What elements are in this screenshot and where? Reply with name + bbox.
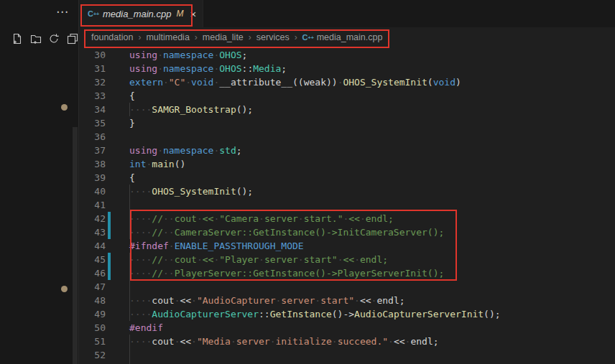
line-number[interactable]: 52: [80, 348, 106, 362]
code-line[interactable]: 31using·namespace·OHOS::Media;: [80, 62, 615, 75]
gutter-spacer: [108, 198, 111, 212]
code-line[interactable]: 36: [80, 130, 615, 144]
explorer-toolbar: [0, 27, 78, 45]
code-text: ····OHOS_SystemInit();: [129, 185, 253, 198]
code-line[interactable]: 35}: [80, 116, 615, 130]
code-line[interactable]: 47: [80, 280, 615, 294]
code-text: ····cout·<<·"Media·server·initialize·suc…: [129, 335, 439, 348]
gutter-spacer: [108, 335, 111, 348]
collapse-folders-icon[interactable]: [67, 32, 79, 45]
code-line[interactable]: 39{: [80, 171, 615, 185]
code-line[interactable]: 40····OHOS_SystemInit();: [80, 185, 615, 198]
cpp-file-icon: C++: [88, 8, 99, 19]
gutter-spacer: [108, 48, 111, 62]
code-line[interactable]: 44#ifndef·ENABLE_PASSTHROUGH_MODE: [80, 239, 615, 253]
line-number[interactable]: 30: [80, 48, 106, 62]
code-text: int·main(): [129, 157, 185, 171]
code-text: ····//··cout·<<·"Camera·server·start."·<…: [129, 212, 394, 225]
new-file-icon[interactable]: [11, 32, 24, 45]
code-line[interactable]: 41: [80, 198, 615, 212]
line-number[interactable]: 42: [80, 212, 106, 225]
tab-media-main-cpp[interactable]: C++ media_main.cpp M ×: [80, 0, 203, 27]
gutter-spacer: [108, 171, 111, 185]
code-text: ····//··PlayerServer::GetInstance()->Pla…: [129, 266, 444, 280]
code-line[interactable]: 42····//··cout·<<·"Camera·server·start."…: [80, 212, 615, 225]
line-number[interactable]: 34: [80, 103, 106, 116]
breadcrumb-item[interactable]: C++media_main.cpp: [302, 32, 383, 43]
code-line[interactable]: 50#endif: [80, 321, 615, 335]
code-line[interactable]: 45····//··cout·<<·"Player·server·start"·…: [80, 253, 615, 266]
line-number[interactable]: 38: [80, 157, 106, 171]
code-line[interactable]: 37using·namespace·std;: [80, 144, 615, 157]
sidebar-header: ⋯: [0, 0, 78, 27]
code-line[interactable]: 30using·namespace·OHOS;: [80, 48, 615, 62]
code-text: ····//··cout·<<·"Player·server·start"·<<…: [129, 253, 388, 266]
gutter-spacer: [108, 62, 111, 75]
code-text: #ifndef·ENABLE_PASSTHROUGH_MODE: [129, 239, 304, 253]
breadcrumb-separator: ›: [295, 32, 297, 42]
line-number[interactable]: 47: [80, 280, 106, 294]
refresh-icon[interactable]: [48, 32, 60, 45]
code-text: using·namespace·std;: [129, 144, 242, 157]
line-number[interactable]: 48: [80, 294, 106, 307]
code-text: extern·"C"·void·__attribute__((weak))·OH…: [129, 75, 461, 89]
code-line[interactable]: 51····cout·<<·"Media·server·initialize·s…: [80, 335, 615, 348]
code-text: {: [129, 171, 135, 185]
breadcrumb-item[interactable]: multimedia: [146, 32, 189, 42]
gutter-spacer: [108, 348, 111, 362]
gutter-spacer: [108, 185, 111, 198]
breadcrumb-item[interactable]: media_lite: [203, 32, 244, 42]
gutter-spacer: [108, 294, 111, 307]
code-text: using·namespace·OHOS::Media;: [129, 62, 287, 75]
line-number[interactable]: 46: [80, 266, 106, 280]
line-number[interactable]: 50: [80, 321, 106, 335]
gutter-spacer: [108, 103, 111, 116]
code-area[interactable]: 30using·namespace·OHOS;31using·namespace…: [80, 48, 615, 364]
code-line[interactable]: 46····//··PlayerServer::GetInstance()->P…: [80, 266, 615, 280]
code-text: ····//··CameraServer::GetInstance()->Ini…: [129, 225, 444, 239]
line-number[interactable]: 35: [80, 116, 106, 130]
line-number[interactable]: 41: [80, 198, 106, 212]
tab-bar: C++ media_main.cpp M ×: [80, 0, 615, 27]
code-line[interactable]: 32extern·"C"·void·__attribute__((weak))·…: [80, 75, 615, 89]
new-folder-icon[interactable]: [30, 32, 42, 45]
breadcrumb: foundation›multimedia›media_lite›service…: [80, 27, 615, 47]
line-number[interactable]: 31: [80, 62, 106, 75]
line-number[interactable]: 45: [80, 253, 106, 266]
code-line[interactable]: 52: [80, 348, 615, 362]
more-actions-icon[interactable]: ⋯: [56, 4, 69, 19]
code-text: using·namespace·OHOS;: [129, 48, 247, 62]
line-number[interactable]: 40: [80, 185, 106, 198]
code-line[interactable]: 38int·main(): [80, 157, 615, 171]
git-modified-gutter-marker: [108, 266, 111, 280]
gutter-spacer: [108, 144, 111, 157]
code-text: ····AudioCapturerServer::GetInstance()->…: [129, 307, 501, 321]
breadcrumb-separator: ›: [138, 32, 141, 42]
code-line[interactable]: 34····SAMGR_Bootstrap();: [80, 103, 615, 116]
code-line[interactable]: 43····//··CameraServer::GetInstance()->I…: [80, 225, 615, 239]
gutter-spacer: [108, 75, 111, 89]
line-number[interactable]: 51: [80, 335, 106, 348]
code-text: #endif: [129, 321, 163, 335]
breadcrumb-item[interactable]: foundation: [91, 32, 133, 42]
code-line[interactable]: 33{: [80, 89, 615, 103]
close-icon[interactable]: ×: [190, 9, 196, 19]
gutter-spacer: [108, 157, 111, 171]
line-number[interactable]: 33: [80, 89, 106, 103]
cpp-file-icon: C++: [302, 32, 314, 43]
line-number[interactable]: 44: [80, 239, 106, 253]
line-number[interactable]: 36: [80, 130, 106, 144]
sidebar-scrollbar[interactable]: [73, 127, 78, 364]
breadcrumb-separator: ›: [249, 32, 251, 42]
line-number[interactable]: 43: [80, 225, 106, 239]
code-line[interactable]: 49····AudioCapturerServer::GetInstance()…: [80, 307, 615, 321]
line-number[interactable]: 49: [80, 307, 106, 321]
vscode-window: ⋯ C++ media_main.cpp M × foundation›mult…: [0, 0, 615, 364]
breadcrumb-item[interactable]: services: [256, 32, 290, 42]
line-number[interactable]: 39: [80, 171, 106, 185]
editor-group: C++ media_main.cpp M × foundation›multim…: [80, 0, 615, 364]
code-line[interactable]: 48····cout·<<·"AudioCapturer·server·star…: [80, 294, 615, 307]
breadcrumb-separator: ›: [195, 32, 198, 42]
line-number[interactable]: 32: [80, 75, 106, 89]
line-number[interactable]: 37: [80, 144, 106, 157]
